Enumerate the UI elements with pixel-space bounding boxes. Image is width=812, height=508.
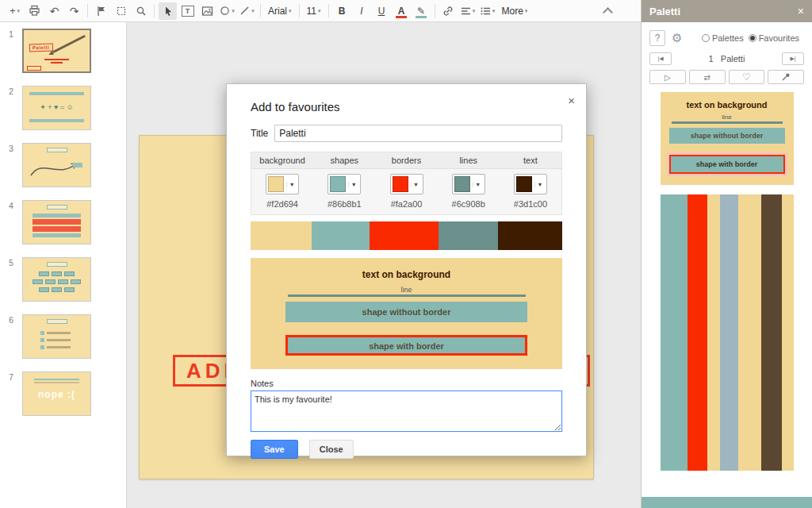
- paint-format-button[interactable]: [92, 2, 110, 20]
- cursor-icon: [163, 6, 174, 17]
- help-button[interactable]: ?: [649, 30, 665, 46]
- line-icon: [239, 6, 250, 16]
- last-palette-button[interactable]: ▶|: [782, 52, 804, 65]
- shapes-swatch: [330, 176, 346, 192]
- insert-link-button[interactable]: [439, 2, 458, 20]
- color-stripe: [707, 194, 720, 471]
- apply-button[interactable]: ▷: [649, 70, 686, 84]
- small-red-box: [27, 66, 41, 71]
- slide-thumbnail-4[interactable]: 4: [0, 200, 126, 244]
- color-stripe: [720, 194, 738, 471]
- palette-name: Paletti: [721, 54, 745, 64]
- palettes-radio[interactable]: [702, 34, 710, 42]
- italic-button[interactable]: I: [353, 2, 371, 20]
- text-box-button[interactable]: T: [178, 2, 197, 20]
- favourite-button[interactable]: ♡: [729, 70, 765, 84]
- chevron-down-icon: ▼: [286, 182, 297, 187]
- preview-line-label: line: [288, 287, 526, 294]
- palette-swatch-table: background shapes borders lines text ▼ ▼…: [251, 152, 562, 215]
- gear-icon[interactable]: ⚙: [672, 31, 682, 45]
- palettes-radio-label[interactable]: Palettes: [712, 33, 744, 43]
- insert-image-button[interactable]: [198, 2, 216, 20]
- bold-button[interactable]: B: [333, 2, 351, 20]
- zoom-icon: [136, 6, 147, 17]
- more-button[interactable]: More▾: [498, 6, 532, 17]
- sidebar-title: Paletti: [649, 6, 798, 17]
- shape-label: shape with border: [369, 341, 444, 351]
- paletti-sidebar: Paletti × ? ⚙ Palettes Favourites |◀ 1 P…: [641, 0, 812, 508]
- underline-button[interactable]: U: [373, 2, 391, 20]
- teal-bar: [29, 119, 84, 122]
- crop-button[interactable]: [112, 2, 130, 20]
- heart-icon: ♡: [742, 71, 751, 83]
- card-shape-without-border: shape without border: [669, 128, 785, 144]
- table-graphic: [33, 214, 81, 239]
- sidebar-footer-bar: [642, 497, 812, 508]
- notes-textarea[interactable]: This is my favourite!: [251, 391, 562, 432]
- palette-stripes-card: [661, 194, 794, 471]
- curve-graphic: [26, 155, 86, 182]
- card-shape-with-border[interactable]: shape with border: [669, 155, 785, 174]
- shape-tool-button[interactable]: ▾: [218, 2, 236, 20]
- favourite-palette-card[interactable]: text on background line shape without bo…: [661, 92, 794, 185]
- undo-button[interactable]: ↶: [45, 2, 63, 20]
- close-icon[interactable]: ×: [798, 5, 804, 17]
- color-bar-segment: [312, 221, 370, 250]
- close-button[interactable]: Close: [309, 440, 354, 459]
- chevron-down-icon: ▾: [492, 8, 496, 14]
- color-stripe: [782, 194, 793, 471]
- line-tool-button[interactable]: ▾: [238, 2, 256, 20]
- list-icon: [481, 6, 491, 16]
- title-field-label: Title: [251, 128, 268, 139]
- hex-borders: #fa2a00: [375, 197, 437, 214]
- new-slide-button[interactable]: +▾: [6, 2, 24, 20]
- redo-button[interactable]: ↷: [65, 2, 83, 20]
- favourites-radio[interactable]: [749, 34, 756, 42]
- slide-thumbnail-1[interactable]: 1 Paletti: [0, 29, 126, 73]
- save-button[interactable]: Save: [251, 440, 298, 459]
- first-palette-button[interactable]: |◀: [649, 52, 672, 65]
- background-color-dropdown[interactable]: ▼: [266, 174, 299, 194]
- card-line-bar: [672, 121, 783, 124]
- favourites-radio-label[interactable]: Favourites: [759, 33, 799, 43]
- eyedropper-button[interactable]: [768, 70, 804, 84]
- font-size-select[interactable]: 11▾: [303, 6, 325, 17]
- card-text-on-background: text on background: [661, 100, 794, 110]
- highlight-color-button[interactable]: ✎: [412, 2, 431, 20]
- print-button[interactable]: [25, 2, 44, 20]
- zoom-button[interactable]: [132, 2, 150, 20]
- chevron-down-icon: ▼: [473, 182, 483, 187]
- text-color-dropdown[interactable]: ▼: [514, 174, 547, 194]
- color-bar: [251, 221, 562, 250]
- color-stripe: [688, 194, 707, 471]
- text-color-button[interactable]: A: [393, 2, 411, 20]
- app-window: +▾ ↶ ↷ T ▾ ▾ Arial▾: [0, 0, 812, 508]
- slide-thumbnail-3[interactable]: 3: [0, 143, 126, 187]
- chevron-down-icon: ▼: [534, 182, 545, 187]
- chevron-down-icon: ▼: [348, 182, 358, 187]
- plus-icon: +: [10, 5, 16, 17]
- favourite-title-input[interactable]: [274, 125, 562, 142]
- chevron-down-icon: ▼: [411, 182, 421, 187]
- column-header-shapes: shapes: [313, 152, 375, 168]
- color-stripe: [761, 194, 783, 471]
- list-button[interactable]: ▾: [479, 2, 497, 20]
- borders-color-dropdown[interactable]: ▼: [390, 174, 423, 194]
- font-family-select[interactable]: Arial▾: [264, 6, 296, 17]
- hex-lines: #6c908b: [438, 197, 500, 214]
- select-tool-button[interactable]: [159, 2, 177, 20]
- shape-icon: [220, 6, 230, 16]
- shuffle-button[interactable]: ⇄: [689, 70, 726, 84]
- color-bar-segment: [370, 221, 439, 250]
- close-icon[interactable]: ×: [568, 94, 575, 107]
- image-icon: [201, 6, 213, 17]
- add-to-favourites-dialog: Add to favourites × Title background sha…: [226, 83, 587, 456]
- slide-thumbnail-2[interactable]: 2 ✦ + ♥ = ☺: [0, 86, 126, 130]
- slide-thumbnail-5[interactable]: 5: [0, 257, 126, 302]
- slide-thumbnail-6[interactable]: 6: [0, 314, 126, 359]
- collapse-toolbar-button[interactable]: [599, 2, 617, 20]
- align-button[interactable]: ▾: [459, 2, 477, 20]
- slide-thumbnail-7[interactable]: 7 nope :(: [0, 371, 126, 416]
- shapes-color-dropdown[interactable]: ▼: [327, 174, 361, 194]
- lines-color-dropdown[interactable]: ▼: [452, 174, 485, 194]
